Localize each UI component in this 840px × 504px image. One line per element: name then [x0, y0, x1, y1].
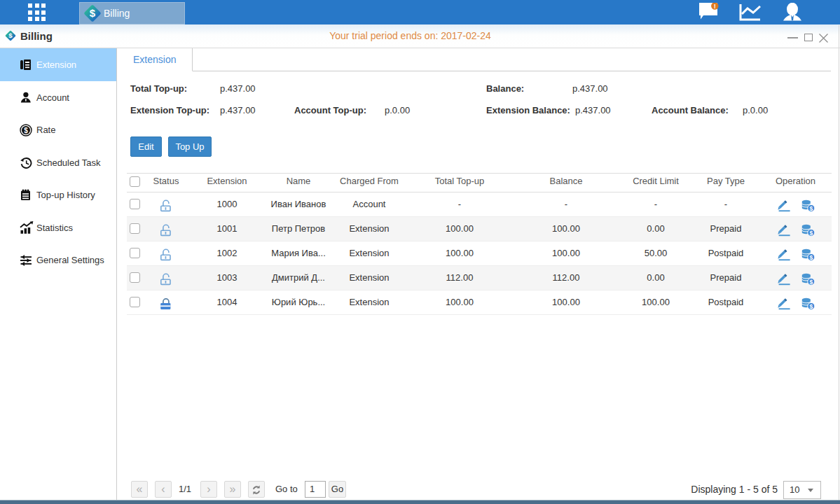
svg-text:$: $ — [809, 205, 813, 212]
svg-text:$: $ — [809, 254, 813, 261]
svg-text:$: $ — [809, 303, 813, 310]
svg-text:$: $ — [90, 7, 96, 19]
svg-text:!: ! — [714, 3, 716, 10]
svg-text:$: $ — [24, 126, 28, 134]
svg-text:$: $ — [809, 230, 813, 237]
svg-text:$: $ — [809, 279, 813, 286]
